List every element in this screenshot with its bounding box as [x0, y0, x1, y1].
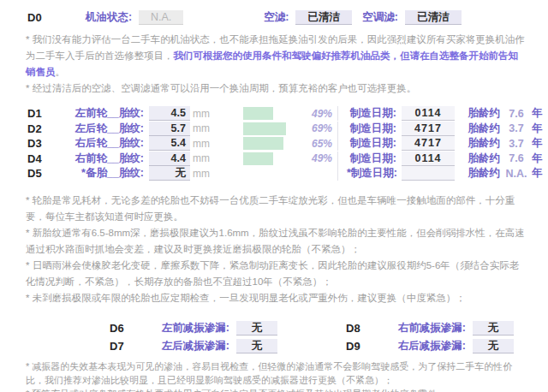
air-filter-label: 空滤:	[264, 10, 289, 25]
manufacture-date-label: 制造日期:	[347, 106, 396, 121]
tire-position-label: 右后轮__胎纹:	[53, 136, 144, 151]
shock-row-2: D7 左后减振渗漏: 无 D9 右后减振渗漏: 无	[0, 339, 548, 353]
mm-unit: mm	[193, 152, 212, 164]
shock-row-1: D6 左前减振渗漏: 无 D8 右前减振渗漏: 无	[0, 321, 548, 336]
tread-depth-value[interactable]: 无	[149, 166, 190, 181]
tire-table: D1 左前轮__胎纹: 4.5 mm 49% 制造日期: 0114 胎龄约 7.…	[0, 106, 548, 181]
tire-position-label: 左前轮__胎纹:	[53, 106, 144, 121]
shock-leak-value[interactable]: 无	[473, 339, 514, 353]
shock-cell-d8: D8 右前减振渗漏: 无	[346, 321, 514, 336]
shock-position-label: 左前减振渗漏:	[134, 321, 229, 336]
row-id-d2: D2	[27, 122, 53, 135]
oil-status-value[interactable]: N.A.	[139, 10, 183, 25]
ac-filter-label: 空调滤:	[362, 10, 398, 25]
tire-row-d5-spare: D5 *备胎__胎纹: 无 mm *制造日期: 胎龄约 N.A. 年	[0, 166, 548, 181]
manufacture-date-value[interactable]: 0114	[402, 151, 455, 166]
manufacture-date-label: *制造日期:	[347, 166, 396, 181]
tire-row-d1: D1 左前轮__胎纹: 4.5 mm 49% 制造日期: 0114 胎龄约 7.…	[0, 106, 548, 122]
column-divider	[337, 106, 338, 121]
tread-percent-bar-fill	[243, 137, 283, 150]
mm-unit: mm	[193, 138, 212, 150]
tire-notes: * 轮胎是常见耗材，无论多差的轮胎也不妨碍一台优质二手车绽放光彩，但也是车辆唯一…	[26, 193, 526, 306]
tread-percent-bar	[243, 137, 305, 150]
tire-age-label: 胎龄约	[467, 106, 501, 121]
column-divider	[337, 122, 338, 136]
shock-notes: * 减振器的失效基本表现为可见的渗油，容易目视检查，但轻微的渗油通常不会影响驾驶…	[26, 359, 526, 392]
tire-age-value: 3.7	[504, 138, 528, 150]
row-id-d7: D7	[110, 340, 134, 353]
tread-percent-bar	[243, 167, 305, 180]
oil-notes: * 我们没有能力评估一台二手车的机油状态，也不能承担拖延换油引发的后果，因此强烈…	[26, 32, 526, 97]
year-unit: 年	[532, 166, 543, 181]
shock-position-label: 右前减振渗漏:	[370, 321, 466, 336]
shock-cell-d7: D7 左后减振渗漏: 无	[55, 339, 277, 353]
column-divider	[337, 151, 338, 166]
mm-unit: mm	[193, 168, 212, 180]
year-unit: 年	[532, 106, 543, 121]
row-id-d5: D5	[27, 167, 53, 180]
tread-percent-bar-fill	[243, 122, 286, 135]
tread-percent-bar	[243, 107, 305, 120]
row-id-d8: D8	[346, 322, 370, 335]
oil-note-2: * 经过清洁后的空滤、空调滤通常可以沿用一个换油周期，预算充裕的客户也可选择更换…	[26, 80, 526, 97]
shock-leak-value[interactable]: 无	[473, 321, 514, 336]
row-id-d9: D9	[346, 340, 370, 353]
tread-percent-bar-fill	[243, 107, 273, 120]
tread-depth-value[interactable]: 4.4	[149, 151, 190, 166]
tread-percent-label: 65%	[305, 138, 332, 150]
tire-age-label: 胎龄约	[467, 166, 501, 181]
manufacture-date-value[interactable]: 4717	[402, 122, 455, 136]
tread-depth-value[interactable]: 4.5	[149, 106, 190, 121]
shock-cell-d6: D6 左前减振渗漏: 无	[55, 321, 277, 336]
shock-table: D6 左前减振渗漏: 无 D8 右前减振渗漏: 无 D7 左后减振渗漏: 无 D…	[0, 321, 548, 353]
tire-age-value: 7.6	[504, 108, 528, 120]
tire-age-label: 胎龄约	[467, 151, 501, 166]
year-unit: 年	[532, 151, 543, 166]
air-filter-value[interactable]: 已清洁	[295, 10, 352, 25]
tread-depth-value[interactable]: 5.7	[149, 122, 190, 136]
tire-row-d4: D4 右前轮__胎纹: 4.4 mm 49% 制造日期: 0114 胎龄约 7.…	[0, 151, 548, 167]
oil-status-row: D0 机油状态: N.A. 空滤: 已清洁 空调滤: 已清洁	[0, 8, 548, 27]
tire-age-label: 胎龄约	[467, 136, 501, 151]
tire-position-label: 右前轮__胎纹:	[53, 151, 144, 166]
shock-position-label: 右后减振渗漏:	[370, 339, 466, 353]
tread-percent-bar-fill	[243, 152, 273, 165]
shock-leak-value[interactable]: 无	[236, 321, 277, 336]
shock-leak-value[interactable]: 无	[236, 339, 277, 353]
tread-percent-label: 69%	[305, 122, 332, 134]
ac-filter-value[interactable]: 已清洁	[405, 10, 462, 25]
oil-note-1-end: 。	[56, 67, 66, 77]
shock-note-2: * 预算充足或对底盘驾感有格外要求的用户可自行决定是否更换减振及其他出现早期老化…	[26, 387, 526, 392]
tread-percent-label: 49%	[305, 152, 332, 164]
shock-note-1: * 减振器的失效基本表现为可见的渗油，容易目视检查，但轻微的渗油通常不会影响驾驶…	[26, 359, 526, 387]
row-id-d3: D3	[27, 137, 53, 150]
tire-position-label: 左后轮__胎纹:	[53, 122, 144, 136]
row-id-d6: D6	[110, 322, 134, 335]
row-id-d1: D1	[27, 107, 53, 120]
column-divider	[337, 166, 338, 181]
manufacture-date-label: 制造日期:	[347, 136, 396, 151]
manufacture-date-value[interactable]: 0114	[402, 106, 455, 121]
tire-age-value: N.A.	[504, 168, 528, 180]
row-id-d4: D4	[27, 152, 53, 165]
year-unit: 年	[532, 136, 543, 151]
column-divider	[337, 136, 338, 151]
year-unit: 年	[532, 122, 543, 136]
tread-depth-value[interactable]: 5.4	[149, 136, 190, 151]
tire-note-4: * 未到磨损极限或年限的轮胎也应定期检查，一旦发现明显老化或严重外伤，建议更换（…	[26, 290, 526, 306]
oil-note-1: * 我们没有能力评估一台二手车的机油状态，也不能承担拖延换油引发的后果，因此强烈…	[26, 32, 526, 80]
tire-row-d3: D3 右后轮__胎纹: 5.4 mm 65% 制造日期: 4717 胎龄约 3.…	[0, 136, 548, 151]
shock-cell-d9: D9 右后减振渗漏: 无	[346, 339, 514, 353]
row-id-d0: D0	[27, 11, 53, 24]
tire-position-label: *备胎__胎纹:	[53, 166, 144, 181]
manufacture-date-value[interactable]	[402, 166, 455, 181]
manufacture-date-value[interactable]: 4717	[402, 136, 455, 151]
tire-note-3: * 日晒雨淋会使橡胶老化变硬，摩擦系数下降，紧急制动距离变长，因此轮胎的建议服役…	[26, 258, 526, 290]
mm-unit: mm	[193, 122, 212, 134]
tire-age-label: 胎龄约	[467, 122, 501, 136]
tire-note-2: * 新胎纹通常有6.5-8mm深，磨损极限建议为1.6mm，胎纹过浅虽不影响轮胎…	[26, 225, 526, 258]
tire-note-1: * 轮胎是常见耗材，无论多差的轮胎也不妨碍一台优质二手车绽放光彩，但也是车辆唯一…	[26, 193, 526, 225]
tread-percent-label: 49%	[305, 108, 332, 120]
mm-unit: mm	[193, 108, 212, 120]
tread-percent-bar	[243, 152, 305, 165]
